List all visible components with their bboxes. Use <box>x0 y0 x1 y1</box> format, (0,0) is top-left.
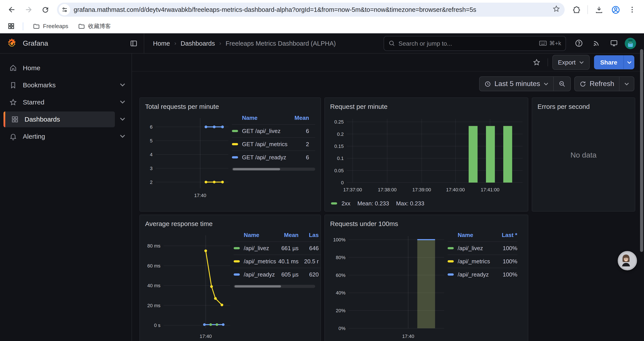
download-icon[interactable] <box>592 2 606 17</box>
panel-title[interactable]: Requests under 100ms <box>330 219 522 228</box>
legend-row[interactable]: /api/_metrics 40.1 ms 20.5 r <box>234 254 320 268</box>
svg-text:100%: 100% <box>333 237 346 242</box>
url-text[interactable]: grafana.mathmast.com/d/deytv4rwavabkb/fr… <box>74 6 552 13</box>
chevron-down-icon[interactable] <box>120 82 126 88</box>
zoom-out-button[interactable] <box>554 77 570 91</box>
svg-text:17:37:00: 17:37:00 <box>343 187 362 192</box>
panel-errors-per-second[interactable]: Errors per second No data <box>532 97 635 212</box>
series-pill <box>234 260 240 262</box>
sidebar-item-label: Starred <box>23 98 44 106</box>
requests-under-100ms-chart[interactable]: 0%20%40%60%80%100%17:40 <box>330 231 445 341</box>
apps-grid-icon[interactable] <box>5 21 17 32</box>
request-per-minute-chart[interactable]: 00.050.10.150.20.2517:37:0017:38:0017:39… <box>330 114 522 197</box>
clock-icon <box>484 81 491 87</box>
sidebar-item-dashboards[interactable]: Dashboards <box>4 111 128 127</box>
grafana-header: Grafana Home › Dashboards › Freeleaps Me… <box>0 33 644 54</box>
panel-requests-under-100ms[interactable]: Requests under 100ms 0%20%40%60%80%100%1… <box>324 215 528 341</box>
bookmarks-divider <box>23 22 23 30</box>
scrollbar-thumb[interactable] <box>233 168 280 170</box>
header-actions <box>566 33 644 53</box>
horizontal-scrollbar[interactable] <box>232 168 315 171</box>
series-pill <box>234 273 240 276</box>
legend-row[interactable]: /api/_metrics 100% <box>448 254 517 268</box>
legend-series-name[interactable]: 2xx <box>342 200 350 207</box>
svg-text:6: 6 <box>150 124 152 130</box>
search-placeholder: Search or jump to... <box>398 40 539 47</box>
grafana-logo[interactable] <box>6 38 18 49</box>
brand-name: Grafana <box>23 39 130 47</box>
time-range-button[interactable]: Last 5 minutes <box>480 77 553 91</box>
url-bar[interactable]: grafana.mathmast.com/d/deytv4rwavabkb/fr… <box>57 3 565 17</box>
profile-icon[interactable] <box>608 2 623 17</box>
panel-title[interactable]: Errors per second <box>538 102 630 111</box>
legend-row[interactable]: /api/_livez 100% <box>448 241 517 254</box>
sidebar-item-starred[interactable]: Starred <box>4 94 128 110</box>
svg-text:17:39:00: 17:39:00 <box>412 187 431 192</box>
chevron-down-icon[interactable] <box>120 133 126 139</box>
sidebar-item-home[interactable]: Home <box>4 60 128 76</box>
svg-text:60 ms: 60 ms <box>147 263 160 269</box>
breadcrumb: Home › Dashboards › Freeleaps Metrics Da… <box>144 33 344 53</box>
chevron-down-icon[interactable] <box>120 99 126 105</box>
search-shortcut: ⌘+k <box>539 40 561 47</box>
reload-button[interactable] <box>38 2 52 17</box>
no-data-message: No data <box>538 114 630 197</box>
horizontal-scrollbar[interactable] <box>234 285 315 288</box>
legend-row[interactable]: GET /api/_readyz 6 <box>232 151 315 164</box>
legend-row[interactable]: /api/_readyz 605 µs 620 <box>234 268 320 281</box>
refresh-interval-button[interactable] <box>620 77 634 91</box>
search-input[interactable]: Search or jump to... ⌘+k <box>384 36 566 51</box>
page-scrollbar[interactable] <box>640 49 643 252</box>
series-pill <box>232 143 238 145</box>
bookmark-folder-label: 收藏博客 <box>88 22 111 30</box>
bell-icon <box>9 132 17 140</box>
panel-title[interactable]: Average response time <box>145 219 315 228</box>
legend-row[interactable]: /api/_livez 661 µs 646 <box>234 241 320 254</box>
chevron-down-icon[interactable] <box>120 116 126 122</box>
breadcrumb-dashboards[interactable]: Dashboards <box>180 40 215 47</box>
bookmark-star-icon[interactable] <box>552 5 560 15</box>
menu-icon[interactable] <box>625 2 640 17</box>
news-rss-icon[interactable] <box>590 37 603 50</box>
svg-text:80%: 80% <box>336 255 346 260</box>
legend-header: Name Mean Las <box>234 231 320 241</box>
legend-row[interactable]: GET /api/_livez 6 <box>232 124 315 137</box>
dashboards-grid-icon <box>11 115 19 123</box>
series-pill <box>448 273 454 276</box>
zoom-out-icon <box>558 80 566 87</box>
bookmark-folder-blogs[interactable]: 收藏博客 <box>74 21 114 31</box>
legend-row[interactable]: /api/_readyz 100% <box>448 268 517 281</box>
user-avatar[interactable] <box>625 38 636 49</box>
breadcrumb-home[interactable]: Home <box>153 40 170 47</box>
panel-title[interactable]: Request per minute <box>330 102 522 111</box>
legend-row[interactable]: GET /api/_metrics 2 <box>232 137 315 151</box>
share-chevron-button[interactable] <box>624 55 634 69</box>
export-button[interactable]: Export <box>552 55 590 70</box>
sidebar-collapse-icon[interactable] <box>130 39 138 47</box>
back-button[interactable] <box>4 2 19 17</box>
refresh-button[interactable]: Refresh <box>575 77 619 91</box>
forward-button[interactable] <box>21 2 36 17</box>
help-icon[interactable] <box>572 37 585 50</box>
scrollbar-thumb[interactable] <box>234 285 281 287</box>
site-settings-icon[interactable] <box>59 4 70 15</box>
sidebar-item-alerting[interactable]: Alerting <box>4 128 128 144</box>
panel-average-response-time[interactable]: Average response time 0 s20 ms40 ms60 ms… <box>140 215 321 341</box>
bookmark-folder-freeleaps[interactable]: Freeleaps <box>29 21 72 31</box>
monitor-icon[interactable] <box>607 37 620 50</box>
sidebar-item-label: Home <box>23 64 40 72</box>
share-button[interactable]: Share <box>594 55 624 69</box>
series-pill <box>448 247 454 249</box>
folder-icon <box>33 23 40 30</box>
total-requests-chart[interactable]: 2345617:40 <box>145 114 229 202</box>
extension-icon[interactable] <box>569 2 584 17</box>
average-response-time-chart[interactable]: 0 s20 ms40 ms60 ms80 ms17:40 <box>145 231 231 341</box>
panel-request-per-minute[interactable]: Request per minute 00.050.10.150.20.2517… <box>324 97 528 212</box>
assistant-avatar[interactable] <box>618 251 637 270</box>
chevron-down-icon <box>579 60 584 65</box>
star-dashboard-button[interactable] <box>530 56 543 69</box>
panel-title[interactable]: Total requests per minute <box>145 102 315 111</box>
panel-total-requests[interactable]: Total requests per minute 2345617:40 Nam… <box>140 97 321 212</box>
sidebar-item-bookmarks[interactable]: Bookmarks <box>4 77 128 93</box>
brand-area: Grafana <box>0 33 144 53</box>
